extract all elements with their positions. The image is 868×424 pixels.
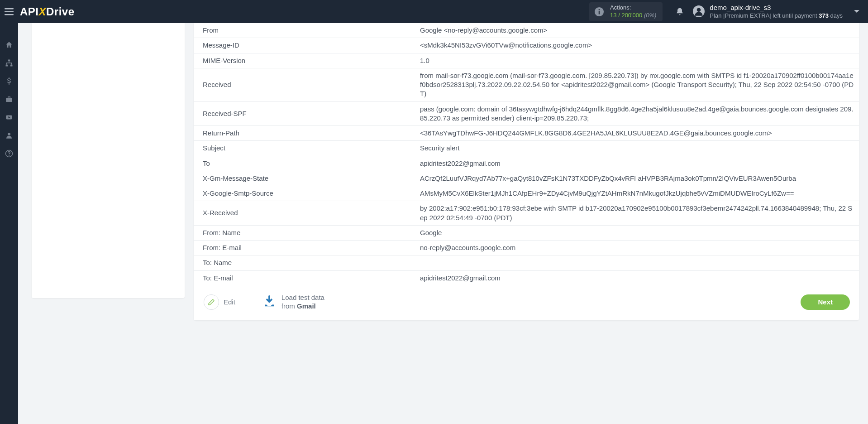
table-row: From: E-mailno-reply@accounts.google.com xyxy=(194,241,859,255)
header-value: apidritest2022@gmail.com xyxy=(411,156,859,171)
logo-text: APIXDrive xyxy=(20,5,75,18)
header-key: Received-SPF xyxy=(194,101,411,126)
download-icon xyxy=(262,294,276,309)
svg-rect-9 xyxy=(6,65,8,67)
header-value: pass (google.com: domain of 36tasywgtdhw… xyxy=(411,101,859,126)
user-info: demo_apix-drive_s3 Plan |Premium EXTRA| … xyxy=(710,3,843,19)
bell-icon xyxy=(675,7,684,17)
sidebar-item-help[interactable] xyxy=(0,145,18,163)
svg-point-7 xyxy=(697,8,701,12)
table-row: X-Google-Smtp-SourceAMsMyM5CvX6ElkSter1j… xyxy=(194,186,859,201)
table-row: Receivedfrom mail-sor-f73.google.com (ma… xyxy=(194,68,859,101)
header-value: <36TAsYwgTDhwFG-J6HDQ244GMFLK.8GG8D6.4GE… xyxy=(411,126,859,141)
header-key: From xyxy=(194,23,411,38)
avatar-icon xyxy=(692,5,705,18)
header-value: <sMdk3k45NI53zvGVi60TVw@notifications.go… xyxy=(411,38,859,53)
table-row: Received-SPFpass (google.com: domain of … xyxy=(194,101,859,126)
main-content: FromGoogle <no-reply@accounts.google.com… xyxy=(18,23,868,424)
header-key: Return-Path xyxy=(194,126,411,141)
table-row: FromGoogle <no-reply@accounts.google.com… xyxy=(194,23,859,38)
table-row: X-Gm-Message-StateACrzQf2LuufVJRqyd7Ab77… xyxy=(194,171,859,186)
svg-rect-0 xyxy=(5,8,14,10)
load-text: Load test data from Gmail xyxy=(281,294,324,311)
table-row: To: E-mailapidritest2022@gmail.com xyxy=(194,270,859,285)
sitemap-icon xyxy=(5,59,13,67)
svg-point-5 xyxy=(599,9,600,10)
user-plan: Plan |Premium EXTRA| left until payment … xyxy=(710,12,843,20)
table-row: Message-ID<sMdk3k45NI53zvGVi60TVw@notifi… xyxy=(194,38,859,53)
header-value: from mail-sor-f73.google.com (mail-sor-f… xyxy=(411,68,859,101)
table-row: To: Name xyxy=(194,255,859,270)
actions-counter[interactable]: Actions: 13 / 200'000 (0%) xyxy=(589,2,663,21)
header-key: To: Name xyxy=(194,255,411,270)
chevron-down-icon xyxy=(854,9,860,14)
user-icon xyxy=(5,131,13,140)
header-key: X-Google-Smtp-Source xyxy=(194,186,411,201)
question-icon xyxy=(5,149,13,158)
actions-used: 13 xyxy=(610,12,616,19)
logo[interactable]: APIXDrive xyxy=(20,5,75,18)
user-menu[interactable]: demo_apix-drive_s3 Plan |Premium EXTRA| … xyxy=(692,3,860,19)
next-button[interactable]: Next xyxy=(801,294,850,310)
header-value: no-reply@accounts.google.com xyxy=(411,241,859,255)
briefcase-icon xyxy=(5,95,13,103)
table-row: MIME-Version1.0 xyxy=(194,53,859,68)
sidebar-item-billing[interactable] xyxy=(0,72,18,90)
header-value: by 2002:a17:902:e951:b0:178:93cf:3ebe wi… xyxy=(411,201,859,226)
svg-rect-2 xyxy=(5,14,14,15)
header-value: ACrzQf2LuufVJRqyd7Ab77x+gaQyt810vZFsK1N7… xyxy=(411,171,859,186)
left-panel xyxy=(32,23,185,298)
header-value: AMsMyM5CvX6ElkSter1jMJh1CAfpEHr9+ZDy4Cjv… xyxy=(411,186,859,201)
svg-rect-10 xyxy=(10,65,13,67)
notifications-button[interactable] xyxy=(672,7,688,17)
main-panel: FromGoogle <no-reply@accounts.google.com… xyxy=(194,23,859,320)
menu-toggle[interactable] xyxy=(0,0,18,23)
user-menu-chevron[interactable] xyxy=(854,8,860,15)
table-row: SubjectSecurity alert xyxy=(194,141,859,156)
table-row: From: NameGoogle xyxy=(194,225,859,240)
header-key: From: Name xyxy=(194,225,411,240)
table-row: Return-Path<36TAsYwgTDhwFG-J6HDQ244GMFLK… xyxy=(194,126,859,141)
header-key: X-Received xyxy=(194,201,411,226)
pencil-icon-circle xyxy=(204,294,219,310)
header-value: Security alert xyxy=(411,141,859,156)
table-row: Toapidritest2022@gmail.com xyxy=(194,156,859,171)
sidebar xyxy=(0,23,18,424)
user-name: demo_apix-drive_s3 xyxy=(710,3,843,12)
header-value xyxy=(411,255,859,270)
pencil-icon xyxy=(208,299,215,306)
header-key: To: E-mail xyxy=(194,270,411,285)
info-icon xyxy=(594,6,605,17)
top-header: APIXDrive Actions: 13 / 200'000 (0%) dem… xyxy=(0,0,868,23)
actions-percent: (0%) xyxy=(644,12,656,19)
actions-label: Actions: xyxy=(610,4,656,12)
sidebar-item-connections[interactable] xyxy=(0,54,18,72)
edit-label: Edit xyxy=(224,298,235,306)
svg-point-13 xyxy=(8,133,10,135)
header-value: 1.0 xyxy=(411,53,859,68)
sidebar-item-video[interactable] xyxy=(0,108,18,126)
header-key: From: E-mail xyxy=(194,241,411,255)
footer-actions: Edit Load test data from Gmail Next xyxy=(194,285,859,311)
header-key: MIME-Version xyxy=(194,53,411,68)
load-test-data-button[interactable]: Load test data from Gmail xyxy=(262,294,324,311)
svg-rect-11 xyxy=(6,98,12,102)
header-key: Message-ID xyxy=(194,38,411,53)
youtube-icon xyxy=(5,113,13,121)
home-icon xyxy=(5,41,13,49)
edit-button[interactable]: Edit xyxy=(204,294,235,310)
headers-table: FromGoogle <no-reply@accounts.google.com… xyxy=(194,23,859,285)
table-row: X-Receivedby 2002:a17:902:e951:b0:178:93… xyxy=(194,201,859,226)
svg-rect-1 xyxy=(5,11,14,12)
header-value: Google <no-reply@accounts.google.com> xyxy=(411,23,859,38)
header-value: Google xyxy=(411,225,859,240)
dollar-icon xyxy=(5,77,13,85)
header-key: To xyxy=(194,156,411,171)
sidebar-item-account[interactable] xyxy=(0,126,18,145)
header-key: Subject xyxy=(194,141,411,156)
actions-total: 200'000 xyxy=(621,12,642,19)
sidebar-item-tools[interactable] xyxy=(0,90,18,108)
sidebar-item-home[interactable] xyxy=(0,36,18,54)
header-key: Received xyxy=(194,68,411,101)
hamburger-icon xyxy=(5,8,14,15)
